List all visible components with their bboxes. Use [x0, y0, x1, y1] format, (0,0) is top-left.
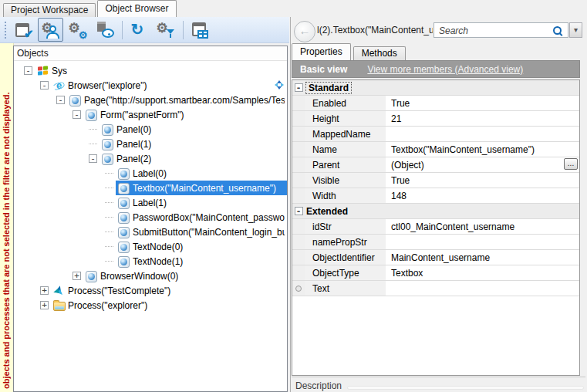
property-name: namePropStr — [312, 237, 367, 248]
ellipsis-button[interactable]: ... — [564, 158, 578, 170]
expand-toggle[interactable]: + — [40, 286, 49, 295]
web-object-icon — [118, 241, 130, 252]
web-object-icon — [118, 167, 130, 179]
property-row[interactable]: idStrctl00_MainContent_username — [292, 219, 579, 235]
search-box — [434, 22, 568, 38]
property-row[interactable]: Height21 — [292, 111, 579, 127]
group-name: Standard — [306, 83, 351, 93]
tree-node-label: TextNode(0) — [133, 242, 183, 252]
tab-properties[interactable]: Properties — [292, 43, 351, 60]
property-name: ObjectIdentifier — [312, 252, 375, 263]
row-gutter — [292, 111, 305, 126]
property-value: (Object) — [391, 160, 424, 171]
group-gutter: - — [292, 80, 305, 95]
property-value: Textbox — [391, 268, 423, 279]
inspector-tabs: PropertiesMethods — [292, 44, 408, 60]
search-input[interactable] — [437, 24, 548, 38]
property-group-header[interactable]: -Standard — [292, 80, 579, 96]
expand-toggle[interactable]: + — [73, 272, 81, 280]
web-object-icon — [118, 226, 130, 238]
row-gutter — [292, 265, 305, 280]
gears-icon: ⚙⚙ — [69, 21, 87, 39]
tab-object-browser[interactable]: Object Browser — [97, 0, 176, 17]
tree-node[interactable]: +Process("TestComplete") — [14, 283, 287, 298]
cube-eye-button[interactable] — [92, 18, 117, 42]
collapse-toggle[interactable]: - — [295, 83, 303, 92]
tab-methods[interactable]: Methods — [353, 46, 406, 60]
row-gutter — [292, 250, 305, 265]
web-object-icon — [118, 211, 130, 223]
tree-node[interactable]: -Form("aspnetForm") — [14, 107, 287, 122]
tree-node[interactable]: SubmitButton("MainContent_login_button") — [14, 225, 287, 239]
property-row[interactable]: MappedName — [292, 127, 579, 142]
object-browser-toolbar: ✔⚙⚙⚙↻⚙ — [0, 17, 289, 43]
tree-node-label: Form("aspnetForm") — [100, 110, 184, 120]
pane-splitter[interactable] — [290, 17, 291, 392]
checked-window-button[interactable]: ✔ — [11, 18, 36, 42]
windows-icon — [37, 65, 49, 76]
expand-toggle[interactable]: - — [73, 110, 81, 119]
tree-node[interactable]: -eBrowser("iexplore") — [14, 78, 287, 93]
tree-connector — [105, 188, 113, 188]
gears-button[interactable]: ⚙⚙ — [65, 18, 90, 42]
objects-tree: -Sys-eBrowser("iexplore")-Page("http://s… — [14, 61, 287, 391]
web-object-icon — [118, 197, 130, 208]
property-row[interactable]: ObjectTypeTextbox — [292, 265, 579, 281]
tree-connector — [89, 129, 97, 130]
window-grid-button[interactable] — [187, 18, 212, 42]
tab-project-workspace[interactable]: Project Workspace — [3, 3, 96, 17]
expand-toggle[interactable]: - — [89, 154, 97, 163]
property-bullet-icon — [295, 286, 302, 292]
tree-node[interactable]: Label(0) — [14, 166, 287, 181]
advanced-view-link[interactable]: View more members (Advanced view) — [367, 64, 523, 75]
tree-node-label: Panel(2) — [116, 154, 151, 164]
refresh-button[interactable]: ↻ — [126, 18, 151, 42]
tree-node[interactable]: Panel(0) — [14, 122, 287, 137]
search-options-dropdown[interactable]: ▾ — [569, 22, 582, 38]
web-object-icon — [102, 153, 114, 164]
tree-node-label: SubmitButton("MainContent_login_button") — [133, 227, 285, 238]
tree-node[interactable]: -Panel(2) — [14, 151, 287, 166]
tree-node-label: Process("TestComplete") — [68, 286, 170, 296]
back-button[interactable]: ← — [294, 21, 315, 42]
expand-toggle[interactable]: - — [24, 66, 32, 75]
expand-toggle[interactable]: - — [56, 96, 65, 104]
property-row[interactable]: Width148 — [292, 188, 579, 204]
object-gear-user-button[interactable]: ⚙ — [38, 18, 63, 42]
tree-node[interactable]: Textbox("MainContent_username") — [14, 181, 287, 195]
property-name: Parent — [312, 160, 339, 171]
property-name: MappedName — [312, 129, 370, 140]
tree-node[interactable]: +Process("explorer") — [14, 298, 287, 313]
gear-filter-button[interactable]: ⚙ — [153, 18, 178, 42]
property-row[interactable]: Text — [292, 281, 579, 296]
property-group-header[interactable]: -Extended — [292, 204, 579, 219]
tree-node[interactable]: TextNode(0) — [14, 239, 287, 254]
property-row[interactable]: ObjectIdentifierMainContent_username — [292, 250, 579, 265]
description-rule — [347, 386, 584, 390]
property-row[interactable]: Parent(Object)... — [292, 157, 579, 173]
toolbar-grip[interactable] — [4, 21, 7, 39]
tree-node[interactable]: +BrowserWindow(0) — [14, 269, 287, 283]
tree-node-label: BrowserWindow(0) — [100, 271, 178, 282]
gear-filter-icon: ⚙ — [157, 21, 175, 39]
property-value: True — [391, 175, 410, 186]
expand-toggle[interactable]: - — [40, 81, 49, 90]
tree-node[interactable]: -Sys — [14, 63, 287, 78]
tree-connector — [105, 261, 113, 262]
collapse-toggle[interactable]: - — [295, 207, 303, 215]
web-object-icon — [86, 109, 98, 120]
tree-node[interactable]: Panel(1) — [14, 137, 287, 151]
tree-node[interactable]: PasswordBox("MainContent_password") — [14, 210, 287, 225]
tree-connector — [105, 231, 113, 232]
web-object-icon — [69, 94, 82, 106]
testcomplete-icon — [53, 285, 66, 296]
tree-node[interactable]: TextNode(1) — [14, 254, 287, 269]
property-row[interactable]: VisibleTrue — [292, 173, 579, 188]
property-row[interactable]: NameTextbox("MainContent_username") — [292, 142, 579, 157]
expand-toggle[interactable]: + — [40, 301, 49, 309]
property-row[interactable]: namePropStr — [292, 235, 579, 250]
tree-node[interactable]: Label(1) — [14, 195, 287, 210]
property-row[interactable]: EnabledTrue — [292, 96, 579, 111]
property-name: Name — [312, 144, 337, 155]
tree-node[interactable]: -Page("http://support.smartbear.com/Samp… — [14, 93, 287, 107]
